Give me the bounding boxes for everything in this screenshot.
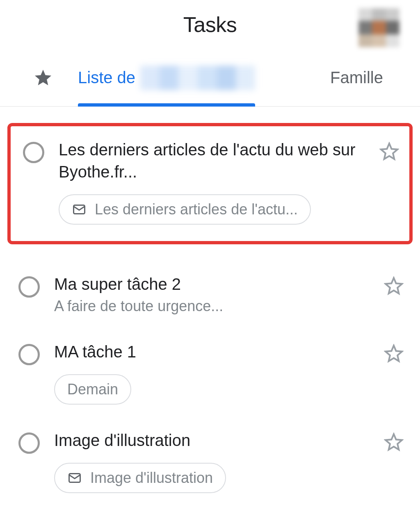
chip-text: Demain [67, 381, 118, 398]
chip-text: Image d'illustration [90, 469, 213, 487]
task-checkbox[interactable] [18, 276, 40, 298]
task-item[interactable]: MA tâche 1 Demain [0, 328, 420, 417]
task-date-chip[interactable]: Demain [54, 374, 131, 405]
task-title: Ma super tâche 2 [54, 273, 370, 295]
task-item[interactable]: Les derniers articles de l'actu du web s… [7, 123, 413, 244]
star-button[interactable] [384, 344, 404, 364]
task-content: Ma super tâche 2 A faire de toute urgenc… [54, 273, 370, 316]
task-email-chip[interactable]: Image d'illustration [54, 463, 226, 493]
star-outline-icon [384, 276, 404, 296]
mail-icon [67, 471, 82, 485]
task-title: MA tâche 1 [54, 341, 370, 363]
task-title: Image d'illustration [54, 429, 370, 451]
task-email-chip[interactable]: Les derniers articles de l'actu... [59, 194, 311, 225]
star-outline-icon [384, 432, 404, 452]
page-title: Tasks [183, 12, 237, 37]
star-button[interactable] [384, 432, 404, 452]
star-filled-icon [33, 68, 53, 88]
tab-label: Liste de [78, 68, 135, 87]
tasks-list: Les derniers articles de l'actu du web s… [0, 107, 420, 505]
tab-my-list[interactable]: Liste de [78, 49, 255, 106]
task-item[interactable]: Image d'illustration Image d'illustratio… [0, 417, 420, 505]
redacted-name [140, 66, 255, 90]
mail-icon [72, 202, 87, 217]
star-outline-icon [384, 344, 404, 364]
task-title: Les derniers articles de l'actu du web s… [59, 139, 365, 183]
tab-family[interactable]: Famille [330, 49, 383, 106]
tab-starred[interactable] [25, 49, 62, 106]
star-button[interactable] [384, 276, 404, 296]
task-content: Les derniers articles de l'actu du web s… [59, 139, 365, 225]
task-checkbox[interactable] [18, 432, 40, 454]
chip-text: Les derniers articles de l'actu... [95, 201, 298, 218]
task-content: MA tâche 1 Demain [54, 341, 370, 405]
task-content: Image d'illustration Image d'illustratio… [54, 429, 370, 493]
task-checkbox[interactable] [23, 142, 44, 163]
tabs-bar: Liste de Famille [0, 49, 420, 107]
task-subtitle: A faire de toute urgence... [54, 297, 370, 316]
star-button[interactable] [379, 142, 399, 162]
star-outline-icon [379, 142, 399, 162]
task-item[interactable]: Ma super tâche 2 A faire de toute urgenc… [0, 261, 420, 328]
avatar[interactable] [358, 8, 399, 47]
task-checkbox[interactable] [18, 344, 40, 365]
header: Tasks [0, 0, 420, 49]
tab-label: Famille [330, 68, 383, 87]
